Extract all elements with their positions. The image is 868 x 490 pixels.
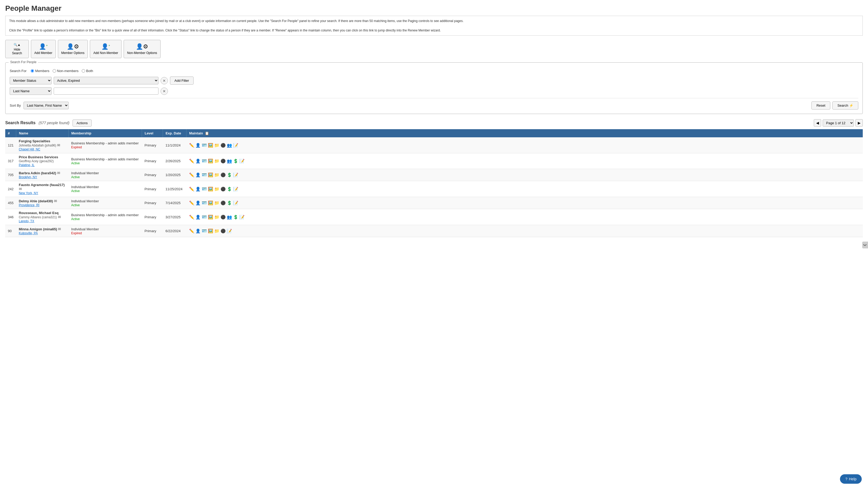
- notes-icon[interactable]: 📝: [233, 201, 238, 206]
- folder-icon[interactable]: 📁: [214, 228, 219, 234]
- filter1-field-select[interactable]: Member Status: [10, 77, 52, 84]
- member-location[interactable]: New York, NY: [19, 191, 38, 195]
- actions-button[interactable]: Actions: [72, 120, 92, 127]
- card-icon[interactable]: 🪪: [202, 187, 207, 191]
- radio-both[interactable]: Both: [82, 69, 93, 73]
- add-filter-button[interactable]: Add Filter: [170, 76, 193, 85]
- cell-num: 455: [5, 197, 16, 209]
- profile-icon[interactable]: 👤: [195, 215, 200, 220]
- notes-icon[interactable]: 📝: [227, 228, 232, 234]
- filter1-value-select[interactable]: Active, Expired Active Expired: [54, 77, 158, 84]
- hide-search-button[interactable]: 🔍▲ HideSearch: [5, 40, 29, 58]
- payment-icon[interactable]: 💲: [227, 187, 232, 191]
- filter1-remove-button[interactable]: ✕: [160, 77, 168, 84]
- notes-icon[interactable]: 📝: [233, 173, 238, 177]
- filter2-remove-button[interactable]: ✕: [160, 88, 168, 95]
- email-icon[interactable]: ✉: [58, 227, 61, 231]
- radio-members[interactable]: Members: [31, 69, 49, 73]
- profile-icon[interactable]: 👤: [195, 228, 200, 234]
- email-icon[interactable]: ✉: [54, 199, 57, 203]
- edit-icon[interactable]: ✏️: [189, 215, 194, 220]
- profile-icon[interactable]: 👤: [195, 158, 200, 163]
- notes-icon[interactable]: 📝: [239, 158, 245, 163]
- reset-button[interactable]: Reset: [811, 101, 830, 110]
- card-icon[interactable]: 🪪: [202, 143, 207, 148]
- search-button[interactable]: Search ⚡: [832, 101, 858, 110]
- photo-icon[interactable]: 🖼️: [208, 201, 213, 206]
- status-icon[interactable]: ⚫: [220, 158, 226, 163]
- member-location[interactable]: Chapel Hill, NC: [19, 148, 40, 151]
- folder-icon[interactable]: 📁: [214, 143, 219, 148]
- card-icon[interactable]: 🪪: [202, 215, 207, 220]
- card-icon[interactable]: 🪪: [202, 173, 207, 177]
- status-icon[interactable]: ⚫: [220, 173, 226, 177]
- edit-icon[interactable]: ✏️: [189, 187, 194, 191]
- sort-select[interactable]: Last Name, First Name First Name, Last N…: [24, 102, 69, 109]
- profile-icon[interactable]: 👤: [195, 143, 200, 148]
- edit-icon[interactable]: ✏️: [189, 143, 194, 148]
- next-page-button[interactable]: ▶: [856, 119, 863, 127]
- non-member-options-button[interactable]: 👤⚙ Non-Member Options: [124, 40, 160, 58]
- profile-icon[interactable]: 👤: [195, 173, 200, 177]
- folder-icon[interactable]: 📁: [214, 215, 219, 220]
- card-icon[interactable]: 🪪: [202, 158, 207, 163]
- member-options-button[interactable]: 👤⚙ Member Options: [58, 40, 88, 58]
- radio-both-input[interactable]: [82, 69, 85, 72]
- prev-page-button[interactable]: ◀: [814, 119, 821, 127]
- email-icon[interactable]: ✉: [57, 171, 60, 175]
- card-icon[interactable]: 🪪: [202, 228, 207, 234]
- email-icon[interactable]: ✉: [58, 215, 61, 219]
- edit-icon[interactable]: ✏️: [189, 228, 194, 234]
- radio-non-members-input[interactable]: [53, 69, 56, 72]
- status-icon[interactable]: ⚫: [220, 187, 226, 191]
- member-location[interactable]: Kulpsville, PA: [19, 232, 38, 235]
- folder-icon[interactable]: 📁: [214, 201, 219, 206]
- notes-icon[interactable]: 📝: [233, 187, 238, 191]
- radio-members-input[interactable]: [31, 69, 34, 72]
- payment-icon[interactable]: 💲: [227, 173, 232, 177]
- photo-icon[interactable]: 🖼️: [208, 158, 213, 163]
- member-location[interactable]: Laredo, TX: [19, 219, 34, 223]
- radio-non-members[interactable]: Non-members: [53, 69, 79, 73]
- folder-icon[interactable]: 📁: [214, 187, 219, 191]
- status-icon[interactable]: ⚫: [220, 228, 226, 234]
- email-icon[interactable]: ✉: [19, 187, 22, 191]
- profile-icon[interactable]: 👤: [195, 201, 200, 206]
- table-row: 455 Delmy Ahle (dela430) ✉ Providence, R…: [5, 197, 863, 209]
- status-icon[interactable]: ⚫: [220, 215, 226, 220]
- payment-icon[interactable]: 💲: [233, 215, 238, 220]
- member-location[interactable]: Brooklyn, NY: [19, 175, 37, 179]
- payment-icon[interactable]: 💲: [227, 201, 232, 206]
- group-icon[interactable]: 👥: [227, 215, 232, 220]
- add-non-member-button[interactable]: 👤+ Add Non-Member: [90, 40, 122, 58]
- edit-icon[interactable]: ✏️: [189, 173, 194, 177]
- edit-icon[interactable]: ✏️: [189, 158, 194, 163]
- photo-icon[interactable]: 🖼️: [208, 215, 213, 220]
- email-icon[interactable]: ✉: [57, 143, 60, 147]
- notes-icon[interactable]: 📝: [233, 143, 238, 148]
- status-icon[interactable]: ⚫: [220, 201, 226, 206]
- payment-icon[interactable]: 💲: [233, 158, 238, 163]
- filter2-value-input[interactable]: [54, 88, 158, 95]
- edit-icon[interactable]: ✏️: [189, 201, 194, 206]
- member-location[interactable]: Palatine, IL: [19, 163, 35, 167]
- add-member-button[interactable]: 👤+ Add Member: [31, 40, 56, 58]
- notes-icon[interactable]: 📝: [239, 215, 245, 220]
- folder-icon[interactable]: 📁: [214, 158, 219, 163]
- group-icon[interactable]: 👥: [227, 143, 232, 148]
- photo-icon[interactable]: 🖼️: [208, 173, 213, 177]
- page-select[interactable]: Page 1 of 12 Page 2 of 12 Page 3 of 12 P…: [823, 120, 854, 127]
- card-icon[interactable]: 🪪: [202, 201, 207, 206]
- status-icon[interactable]: ⚫: [220, 143, 226, 148]
- description-box: This module allows a club administrator …: [5, 16, 863, 36]
- filter-row-2: Last Name ✕: [10, 87, 858, 95]
- group-icon[interactable]: 👥: [227, 158, 232, 163]
- member-location[interactable]: Providence, RI: [19, 203, 39, 207]
- photo-icon[interactable]: 🖼️: [208, 187, 213, 191]
- folder-icon[interactable]: 📁: [214, 173, 219, 177]
- photo-icon[interactable]: 🖼️: [208, 228, 213, 234]
- profile-icon[interactable]: 👤: [195, 187, 200, 191]
- photo-icon[interactable]: 🖼️: [208, 143, 213, 148]
- filter2-field-select[interactable]: Last Name: [10, 87, 52, 95]
- cell-num: 90: [5, 225, 16, 237]
